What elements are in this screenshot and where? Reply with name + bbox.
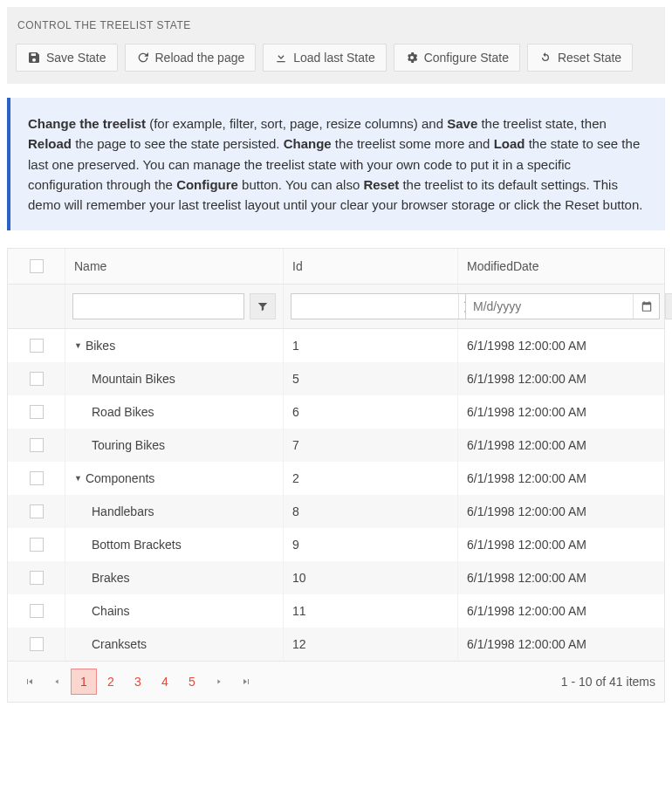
save-state-label: Save State [46, 51, 106, 65]
row-name-cell: Touring Bikes [65, 429, 284, 462]
row-modified-cell: 6/1/1998 12:00:00 AM [458, 594, 664, 628]
pager-prev-icon [52, 677, 61, 686]
calendar-button[interactable] [633, 294, 659, 319]
pager-info: 1 - 10 of 41 items [561, 675, 655, 689]
row-modified-cell: 6/1/1998 12:00:00 AM [458, 329, 664, 362]
row-name-cell: Cranksets [65, 628, 284, 661]
row-name-cell: Chains [65, 594, 284, 628]
collapse-icon[interactable]: ▼ [74, 341, 82, 350]
table-row[interactable]: Chains116/1/1998 12:00:00 AM [8, 594, 664, 628]
pager-last-icon [241, 676, 251, 687]
save-icon [27, 51, 41, 65]
pager-page-4[interactable]: 4 [152, 669, 178, 695]
row-modified-cell: 6/1/1998 12:00:00 AM [458, 561, 664, 594]
pager-last[interactable] [233, 669, 259, 695]
table-row[interactable]: Handlebars86/1/1998 12:00:00 AM [8, 495, 664, 528]
row-checkbox[interactable] [30, 504, 44, 518]
load-state-label: Load last State [293, 51, 374, 65]
reload-page-label: Reload the page [155, 51, 245, 65]
table-row[interactable]: Brakes106/1/1998 12:00:00 AM [8, 561, 664, 594]
row-checkbox[interactable] [30, 637, 44, 651]
table-row[interactable]: Touring Bikes76/1/1998 12:00:00 AM [8, 429, 664, 462]
row-name: Handlebars [92, 504, 154, 518]
row-name-cell: Bottom Brackets [65, 528, 284, 561]
pager-prev[interactable] [44, 669, 70, 695]
row-modified-cell: 6/1/1998 12:00:00 AM [458, 495, 664, 528]
row-checkbox[interactable] [30, 538, 44, 552]
filter-date-button[interactable] [665, 293, 672, 319]
row-modified-cell: 6/1/1998 12:00:00 AM [458, 528, 664, 561]
info-box: Change the treelist (for example, filter… [7, 98, 665, 230]
collapse-icon[interactable]: ▼ [74, 474, 82, 483]
pager-first[interactable] [17, 669, 43, 695]
row-id-cell: 2 [284, 462, 458, 495]
row-name-cell: Handlebars [65, 495, 284, 528]
pager-page-2[interactable]: 2 [98, 669, 124, 695]
row-name: Mountain Bikes [92, 372, 175, 386]
filter-id-cell: ▲ ▼ [284, 285, 458, 328]
header-name[interactable]: Name [65, 249, 284, 284]
row-checkbox[interactable] [30, 471, 44, 485]
row-modified-cell: 6/1/1998 12:00:00 AM [458, 395, 664, 429]
configure-state-label: Configure State [424, 51, 509, 65]
row-id-cell: 9 [284, 528, 458, 561]
table-row[interactable]: Road Bikes66/1/1998 12:00:00 AM [8, 395, 664, 429]
row-checkbox[interactable] [30, 405, 44, 419]
pager-page-1[interactable]: 1 [71, 669, 97, 695]
row-checkbox[interactable] [30, 339, 44, 353]
calendar-icon [641, 300, 653, 312]
pager-page-3[interactable]: 3 [125, 669, 151, 695]
row-id-cell: 6 [284, 395, 458, 429]
pager-page-5[interactable]: 5 [179, 669, 205, 695]
header-modified[interactable]: ModifiedDate [458, 249, 664, 284]
row-modified-cell: 6/1/1998 12:00:00 AM [458, 429, 664, 462]
pager-next-icon [215, 677, 223, 686]
pager: 12345 1 - 10 of 41 items [8, 661, 664, 702]
row-checkbox[interactable] [30, 438, 44, 452]
info-bold-reset: Reset [363, 177, 399, 192]
reset-state-label: Reset State [558, 51, 621, 65]
row-id-cell: 11 [284, 594, 458, 628]
table-row[interactable]: Mountain Bikes56/1/1998 12:00:00 AM [8, 362, 664, 395]
toolbar: Save State Reload the page Load last Sta… [16, 44, 656, 72]
pager-first-icon [24, 676, 35, 687]
row-checkbox[interactable] [30, 372, 44, 386]
filter-icon [257, 300, 269, 312]
filter-name-input[interactable] [72, 293, 244, 319]
row-id-cell: 7 [284, 429, 458, 462]
row-name: Bikes [86, 339, 115, 353]
reload-page-button[interactable]: Reload the page [125, 44, 257, 72]
row-name: Components [86, 471, 154, 485]
table-row[interactable]: Cranksets126/1/1998 12:00:00 AM [8, 628, 664, 661]
row-name-cell: ▼Bikes [65, 329, 284, 362]
row-name-cell: Mountain Bikes [65, 362, 284, 395]
gear-icon [405, 51, 419, 65]
table-row[interactable]: ▼Components26/1/1998 12:00:00 AM [8, 462, 664, 495]
table-row[interactable]: Bottom Brackets96/1/1998 12:00:00 AM [8, 528, 664, 561]
filter-date-input[interactable] [466, 294, 633, 319]
reload-icon [136, 51, 150, 65]
pager-next[interactable] [206, 669, 232, 695]
filter-name-button[interactable] [250, 293, 276, 319]
header-select-all [8, 249, 65, 284]
info-bold-change: Change the treelist [28, 116, 146, 131]
save-state-button[interactable]: Save State [16, 44, 118, 72]
table-row[interactable]: ▼Bikes16/1/1998 12:00:00 AM [8, 329, 664, 362]
info-bold-save: Save [447, 116, 477, 131]
configure-state-button[interactable]: Configure State [394, 44, 520, 72]
filter-id-input[interactable] [291, 294, 458, 319]
row-modified-cell: 6/1/1998 12:00:00 AM [458, 362, 664, 395]
reset-state-button[interactable]: Reset State [527, 44, 633, 72]
control-panel-title: CONTROL THE TREELIST STATE [16, 19, 656, 31]
header-id[interactable]: Id [284, 249, 458, 284]
load-state-button[interactable]: Load last State [263, 44, 386, 72]
row-id-cell: 12 [284, 628, 458, 661]
treelist-body: ▼Bikes16/1/1998 12:00:00 AMMountain Bike… [8, 329, 664, 661]
select-all-checkbox[interactable] [30, 259, 44, 273]
row-checkbox[interactable] [30, 604, 44, 618]
row-name-cell: ▼Components [65, 462, 284, 495]
row-checkbox[interactable] [30, 571, 44, 585]
row-select-cell [8, 594, 65, 628]
row-name: Cranksets [92, 637, 147, 651]
row-id-cell: 5 [284, 362, 458, 395]
